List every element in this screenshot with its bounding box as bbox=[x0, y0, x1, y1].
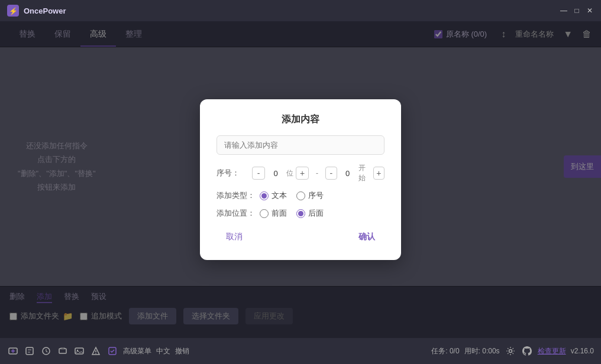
status-icon-image[interactable] bbox=[73, 345, 85, 357]
seq-unit1: 位 bbox=[286, 168, 293, 178]
seq-label: 序号： bbox=[217, 168, 247, 178]
pos-back-radio[interactable] bbox=[296, 209, 305, 218]
add-content-input[interactable] bbox=[217, 135, 384, 155]
dialog-title: 添加内容 bbox=[217, 113, 384, 126]
title-bar: ⚡ OncePower — □ ✕ bbox=[0, 0, 601, 21]
seq-val1: 0 bbox=[267, 169, 284, 178]
github-icon[interactable] bbox=[521, 345, 533, 357]
cancel-label[interactable]: 撤销 bbox=[175, 346, 189, 356]
pos-front-radio[interactable] bbox=[260, 209, 269, 218]
lang-label[interactable]: 中文 bbox=[156, 346, 170, 356]
add-content-dialog: 添加内容 序号： - 0 位 + - - 0 开始 + 添加类型： bbox=[200, 99, 401, 260]
pos-radio-group: 前面 后面 bbox=[260, 208, 384, 219]
svg-rect-5 bbox=[59, 349, 66, 353]
seq-control-1: - 0 位 + bbox=[252, 167, 309, 180]
type-number-radio[interactable] bbox=[296, 191, 305, 200]
svg-text:⚡: ⚡ bbox=[9, 6, 18, 15]
time-label: 用时: 0:00s bbox=[464, 346, 500, 356]
svg-rect-3 bbox=[26, 347, 33, 355]
window-controls: — □ ✕ bbox=[560, 6, 594, 15]
svg-point-8 bbox=[95, 353, 96, 354]
seq-plus2-button[interactable]: + bbox=[373, 167, 385, 180]
confirm-button[interactable]: 确认 bbox=[349, 228, 384, 246]
svg-rect-6 bbox=[75, 348, 83, 354]
seq-sep: - bbox=[316, 169, 318, 177]
version-label: v2.16.0 bbox=[571, 347, 594, 355]
seq-minus2-button[interactable]: - bbox=[325, 167, 337, 180]
svg-point-10 bbox=[509, 350, 512, 353]
type-text-radio[interactable] bbox=[260, 191, 269, 200]
type-row: 添加类型： 文本 序号 bbox=[217, 190, 384, 201]
advanced-menu-checkbox[interactable] bbox=[106, 345, 118, 357]
pos-front-option[interactable]: 前面 bbox=[260, 208, 287, 219]
cancel-button[interactable]: 取消 bbox=[217, 228, 252, 246]
close-button[interactable]: ✕ bbox=[586, 6, 594, 15]
position-row: 添加位置： 前面 后面 bbox=[217, 208, 384, 219]
seq-unit2: 开始 bbox=[358, 163, 371, 183]
status-icon-5[interactable] bbox=[90, 345, 102, 357]
modal-overlay: 添加内容 序号： - 0 位 + - - 0 开始 + 添加类型： bbox=[0, 21, 601, 338]
dialog-footer: 取消 确认 bbox=[217, 228, 384, 246]
check-update-link[interactable]: 检查更新 bbox=[538, 346, 566, 356]
status-bar: 高级菜单 中文 撤销 任务: 0/0 用时: 0:00s 检查更新 v2.16.… bbox=[0, 338, 601, 364]
status-icon-4[interactable] bbox=[57, 345, 69, 357]
task-label: 任务: 0/0 bbox=[431, 346, 459, 356]
sequence-row: 序号： - 0 位 + - - 0 开始 + bbox=[217, 163, 384, 183]
minimize-button[interactable]: — bbox=[560, 6, 568, 15]
seq-plus1-button[interactable]: + bbox=[296, 167, 309, 180]
app-logo: ⚡ bbox=[7, 5, 19, 17]
type-number-option[interactable]: 序号 bbox=[296, 190, 324, 201]
type-text-option[interactable]: 文本 bbox=[260, 190, 287, 201]
settings-icon[interactable] bbox=[505, 345, 516, 357]
seq-control-2: - 0 开始 + bbox=[325, 163, 384, 183]
maximize-button[interactable]: □ bbox=[573, 6, 581, 15]
status-icon-2[interactable] bbox=[24, 345, 35, 357]
status-icon-3[interactable] bbox=[40, 345, 52, 357]
seq-minus1-button[interactable]: - bbox=[252, 167, 265, 180]
type-label: 添加类型： bbox=[217, 190, 255, 201]
type-radio-group: 文本 序号 bbox=[260, 190, 384, 201]
seq-val2: 0 bbox=[340, 169, 356, 178]
pos-back-option[interactable]: 后面 bbox=[296, 208, 324, 219]
advanced-menu-label: 高级菜单 bbox=[123, 346, 151, 356]
pos-label: 添加位置： bbox=[217, 208, 255, 219]
status-icon-1[interactable] bbox=[7, 345, 19, 357]
app-title: OncePower bbox=[24, 6, 560, 15]
